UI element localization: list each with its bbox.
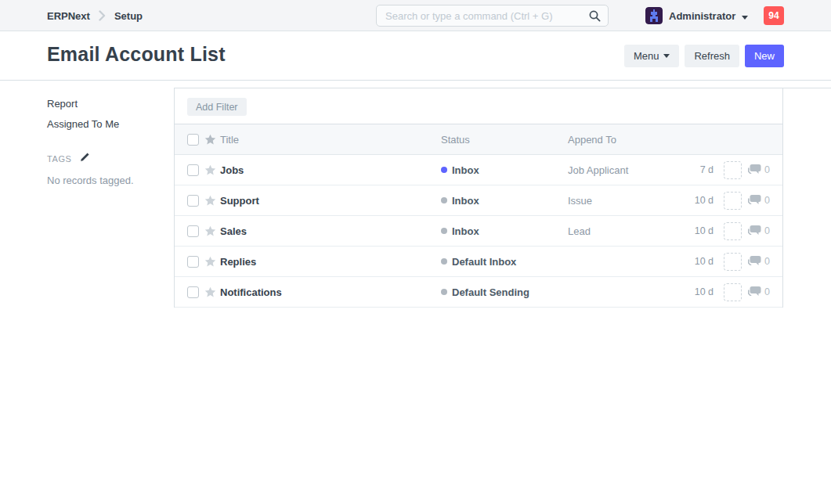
row-meta: 10 d 0 (681, 253, 770, 271)
add-filter-button[interactable]: Add Filter (187, 98, 247, 116)
select-all-checkbox[interactable] (187, 134, 199, 146)
row-status: Inbox (441, 164, 568, 176)
comment-icon (748, 195, 761, 206)
row-append-to: Job Applicant (568, 164, 681, 176)
status-label: Inbox (452, 195, 479, 207)
row-checkbox[interactable] (187, 286, 199, 298)
sidebar-item-report[interactable]: Report (47, 98, 164, 110)
star-icon[interactable] (204, 164, 216, 176)
star-icon[interactable] (204, 225, 216, 237)
row-checkbox[interactable] (187, 256, 199, 268)
star-icon[interactable] (204, 286, 216, 298)
row-modified: 10 d (681, 195, 714, 206)
row-title-link[interactable]: Replies (220, 256, 441, 268)
comment-count-label: 0 (764, 164, 770, 175)
row-meta: 10 d 0 (681, 192, 770, 210)
tags-empty-message: No records tagged. (47, 175, 164, 186)
row-status: Default Inbox (441, 256, 568, 268)
user-avatar (645, 7, 663, 24)
comment-count-label: 0 (764, 225, 770, 236)
email-account-list: Add Filter Title Status Append To Jobs I… (174, 88, 783, 308)
comment-icon (748, 164, 761, 175)
table-row[interactable]: Jobs Inbox Job Applicant 7 d 0 (175, 155, 782, 185)
row-checkbox[interactable] (187, 225, 199, 237)
menu-button[interactable]: Menu (624, 45, 680, 67)
table-row[interactable]: Support Inbox Issue 10 d 0 (175, 185, 782, 216)
brand-erpnext-link[interactable]: ERPNext (47, 10, 90, 22)
assign-placeholder[interactable] (724, 161, 742, 179)
status-label: Default Inbox (452, 256, 516, 268)
row-append-to: Lead (568, 225, 681, 237)
comment-count-label: 0 (764, 286, 770, 297)
star-icon[interactable] (204, 256, 216, 268)
refresh-button[interactable]: Refresh (685, 45, 739, 67)
breadcrumb: ERPNext Setup (47, 0, 143, 31)
assign-placeholder[interactable] (724, 222, 742, 240)
row-status: Inbox (441, 195, 568, 207)
column-header-append-to[interactable]: Append To (568, 134, 770, 146)
page-actions: Menu Refresh New (624, 45, 784, 67)
table-row[interactable]: Sales Inbox Lead 10 d 0 (175, 216, 782, 247)
comment-count[interactable]: 0 (748, 256, 770, 267)
status-dot (441, 167, 447, 173)
column-header-title[interactable]: Title (220, 134, 441, 146)
pencil-icon[interactable] (79, 152, 90, 166)
row-title-link[interactable]: Sales (220, 225, 441, 237)
search-icon[interactable] (588, 9, 602, 26)
assign-placeholder[interactable] (724, 253, 742, 271)
tags-section: TAGS (47, 152, 164, 166)
star-icon[interactable] (204, 134, 216, 146)
notification-badge[interactable]: 94 (764, 6, 784, 25)
new-button[interactable]: New (745, 45, 784, 67)
comment-count[interactable]: 0 (748, 225, 770, 236)
row-meta: 10 d 0 (681, 283, 770, 301)
assign-placeholder[interactable] (724, 283, 742, 301)
column-header-status[interactable]: Status (441, 134, 568, 146)
row-checkbox[interactable] (187, 164, 199, 176)
comment-count-label: 0 (764, 256, 770, 267)
row-modified: 10 d (681, 225, 714, 236)
star-icon[interactable] (204, 195, 216, 207)
global-search (376, 5, 609, 27)
app-window: ERPNext Setup Administrator 94 Email Acc… (0, 0, 831, 504)
comment-count[interactable]: 0 (748, 195, 770, 206)
status-dot (441, 228, 447, 234)
status-dot (441, 258, 447, 265)
list-header-row: Title Status Append To (175, 124, 782, 155)
row-meta: 7 d 0 (681, 161, 770, 179)
row-status: Inbox (441, 225, 568, 237)
search-input[interactable] (376, 5, 609, 27)
row-title-link[interactable]: Notifications (220, 286, 441, 298)
sidebar-item-assigned-to-me[interactable]: Assigned To Me (47, 118, 164, 130)
list-sidebar: Report Assigned To Me TAGS No records ta… (47, 98, 164, 186)
navbar: ERPNext Setup Administrator 94 (0, 0, 831, 31)
comment-icon (748, 256, 761, 267)
caret-down-icon (663, 54, 670, 58)
user-menu[interactable]: Administrator (645, 0, 748, 31)
row-checkbox[interactable] (187, 195, 199, 207)
breadcrumb-setup-link[interactable]: Setup (114, 10, 143, 22)
chevron-right-icon (99, 10, 106, 21)
status-dot (441, 289, 447, 295)
user-name-label: Administrator (669, 10, 735, 22)
comment-count[interactable]: 0 (748, 164, 770, 175)
status-label: Inbox (452, 164, 479, 176)
caret-down-icon (742, 9, 748, 23)
status-dot (441, 197, 447, 203)
comment-count[interactable]: 0 (748, 286, 770, 297)
comment-icon (748, 225, 761, 236)
assign-placeholder[interactable] (724, 192, 742, 210)
row-modified: 10 d (681, 286, 714, 297)
table-row[interactable]: Replies Default Inbox 10 d 0 (175, 247, 782, 277)
row-modified: 7 d (681, 164, 714, 175)
row-title-link[interactable]: Support (220, 195, 441, 207)
tags-label: TAGS (47, 154, 72, 164)
page-head: Email Account List Menu Refresh New (0, 31, 831, 81)
row-title-link[interactable]: Jobs (220, 164, 441, 176)
row-meta: 10 d 0 (681, 222, 770, 240)
comment-icon (748, 286, 761, 297)
new-button-label: New (754, 50, 775, 62)
table-row[interactable]: Notifications Default Sending 10 d 0 (175, 277, 782, 308)
row-modified: 10 d (681, 256, 714, 267)
row-status: Default Sending (441, 286, 568, 298)
